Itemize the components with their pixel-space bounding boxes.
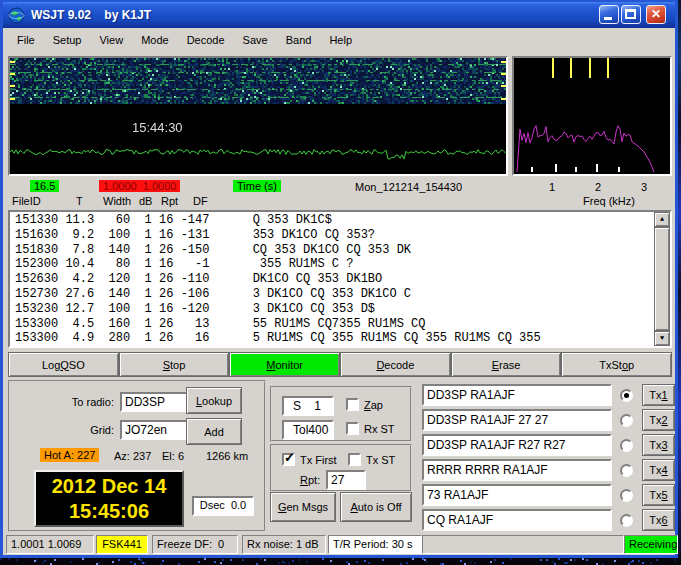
tx1-button[interactable]: Tx1 bbox=[642, 384, 675, 406]
rpt-input[interactable] bbox=[326, 470, 366, 490]
auto-toggle-button[interactable]: Auto is Off bbox=[340, 492, 412, 522]
window-title: WSJT 9.02 by K1JT bbox=[31, 8, 151, 22]
wsjt-window: WSJT 9.02 by K1JT File Setup View Mode D… bbox=[0, 0, 678, 558]
status-rx-noise: Rx noise: 1 dB bbox=[242, 535, 326, 554]
tx1-radio[interactable] bbox=[620, 389, 633, 402]
decode-row: 153230 12.7 100 1 16 -120 3 DK1CO CQ 353… bbox=[15, 302, 670, 317]
tx-first-checkbox-box[interactable] bbox=[282, 453, 295, 466]
scroll-down-button[interactable] bbox=[654, 331, 670, 346]
status-spacer bbox=[422, 535, 624, 554]
arrow-up-icon bbox=[660, 212, 664, 227]
station-group: To radio: Lookup Grid: Add Hot A: 227 Az… bbox=[8, 380, 266, 532]
decode-row: 151630 9.2 100 1 16 -131 353 DK1CO CQ 35… bbox=[15, 228, 670, 243]
recording-file-name: Mon_121214_154430 bbox=[355, 181, 462, 193]
tx3-message-input[interactable] bbox=[422, 434, 612, 456]
tx3-radio[interactable] bbox=[620, 439, 633, 452]
decode-scrollbar[interactable] bbox=[654, 212, 670, 346]
rx-st-checkbox[interactable]: Rx ST bbox=[346, 422, 395, 435]
minimize-button[interactable] bbox=[599, 5, 619, 24]
maximize-button[interactable] bbox=[621, 5, 641, 24]
rpt-label: Rpt: bbox=[300, 474, 320, 486]
tx5-button[interactable]: Tx5 bbox=[642, 484, 675, 506]
col-rpt: Rpt bbox=[161, 195, 178, 207]
clock-date: 2012 Dec 14 bbox=[36, 474, 182, 499]
menu-view[interactable]: View bbox=[90, 31, 132, 49]
menubar: File Setup View Mode Decode Save Band He… bbox=[3, 28, 675, 52]
time-axis-label: Time (s) bbox=[233, 180, 281, 192]
background-window-strip bbox=[0, 558, 681, 565]
titlebar[interactable]: WSJT 9.02 by K1JT bbox=[3, 2, 675, 28]
waterfall-panel[interactable]: 15:44:30 bbox=[8, 56, 508, 176]
menu-decode[interactable]: Decode bbox=[178, 31, 234, 49]
tx-st-checkbox[interactable]: Tx ST bbox=[348, 453, 395, 466]
dsec-readout: Dsec 0.0 bbox=[192, 496, 254, 516]
status-state: Receiving bbox=[624, 535, 678, 554]
tx6-button[interactable]: Tx6 bbox=[642, 509, 675, 531]
tx5-radio[interactable] bbox=[620, 489, 633, 502]
minimize-icon bbox=[604, 17, 612, 20]
col-db: dB bbox=[139, 195, 152, 207]
decode-button[interactable]: Decode bbox=[340, 352, 451, 377]
tx2-radio[interactable] bbox=[620, 414, 633, 427]
lookup-button[interactable]: Lookup bbox=[186, 387, 242, 414]
close-button[interactable] bbox=[646, 5, 666, 24]
monitor-button[interactable]: Monitor bbox=[229, 352, 340, 377]
menu-save[interactable]: Save bbox=[234, 31, 277, 49]
scrollbar-thumb[interactable] bbox=[654, 227, 670, 331]
decode-row: 151330 11.3 60 1 16 -147 Q 353 DK1C$ bbox=[15, 213, 670, 228]
stop-button[interactable]: Stop bbox=[119, 352, 230, 377]
tx6-message-input[interactable] bbox=[422, 509, 612, 531]
col-width: Width bbox=[103, 195, 131, 207]
zap-checkbox-box[interactable] bbox=[346, 398, 359, 411]
arrow-down-icon bbox=[660, 331, 664, 346]
scroll-up-button[interactable] bbox=[654, 212, 670, 227]
waterfall-canvas[interactable] bbox=[10, 58, 506, 174]
close-icon bbox=[647, 6, 665, 23]
decode-row: 153300 4.9 280 1 26 16 5 RU1MS CQ 355 RU… bbox=[15, 331, 670, 346]
log-qso-button[interactable]: Log QSO bbox=[8, 352, 119, 377]
tx2-button[interactable]: Tx2 bbox=[642, 409, 675, 431]
menu-file[interactable]: File bbox=[8, 31, 44, 49]
tx5-message-input[interactable] bbox=[422, 484, 612, 506]
tx4-radio[interactable] bbox=[620, 464, 633, 477]
sync-box[interactable]: S1 bbox=[282, 396, 334, 416]
txstop-button[interactable]: TxStop bbox=[561, 352, 672, 377]
action-button-row: Log QSO Stop Monitor Decode Erase TxStop bbox=[8, 352, 672, 377]
rx-st-checkbox-box[interactable] bbox=[346, 422, 359, 435]
azimuth-value: Az: 237 bbox=[114, 450, 151, 462]
waterfall-clock-overlay: 15:44:30 bbox=[132, 120, 183, 135]
decode-row: 151830 7.8 140 1 26 -150 CQ 353 DK1CO CQ… bbox=[15, 243, 670, 258]
status-mode: FSK441 bbox=[96, 535, 148, 554]
menu-band[interactable]: Band bbox=[277, 31, 321, 49]
grid-label: Grid: bbox=[30, 424, 114, 436]
tx4-message-input[interactable] bbox=[422, 459, 612, 481]
distance-value: 1266 km bbox=[206, 450, 248, 462]
freq-axis-label: Freq (kHz) bbox=[583, 195, 635, 207]
tx-st-checkbox-box[interactable] bbox=[348, 453, 361, 466]
tx-first-checkbox[interactable]: Tx First bbox=[282, 453, 337, 466]
erase-button[interactable]: Erase bbox=[451, 352, 562, 377]
decode-row: 152630 4.2 120 1 26 -110 DK1CO CQ 353 DK… bbox=[15, 272, 670, 287]
decode-text-area[interactable]: 151330 11.3 60 1 16 -147 Q 353 DK1C$ 151… bbox=[8, 210, 672, 348]
tx6-radio[interactable] bbox=[620, 514, 633, 527]
tx1-message-input[interactable] bbox=[422, 384, 612, 406]
globe-icon bbox=[8, 7, 25, 24]
utc-clock: 2012 Dec 14 15:45:06 bbox=[34, 470, 184, 527]
freq-tick-3: 3 bbox=[641, 181, 647, 193]
zap-checkbox[interactable]: Zap bbox=[346, 398, 383, 411]
decode-row: 152300 10.4 80 1 16 -1 355 RU1MS C ? bbox=[15, 257, 670, 272]
tx4-button[interactable]: Tx4 bbox=[642, 459, 675, 481]
to-radio-label: To radio: bbox=[30, 396, 114, 408]
tx2-message-input[interactable] bbox=[422, 409, 612, 431]
menu-mode[interactable]: Mode bbox=[132, 31, 178, 49]
maximize-icon bbox=[625, 9, 636, 19]
spectrum-panel bbox=[512, 56, 672, 176]
gen-msgs-button[interactable]: Gen Msgs bbox=[270, 492, 336, 522]
tx3-button[interactable]: Tx3 bbox=[642, 434, 675, 456]
add-button[interactable]: Add bbox=[186, 418, 242, 445]
menu-help[interactable]: Help bbox=[320, 31, 361, 49]
hot-a-badge: Hot A: 227 bbox=[40, 448, 99, 462]
menu-setup[interactable]: Setup bbox=[44, 31, 91, 49]
spectrum-canvas bbox=[514, 58, 670, 174]
tol-box[interactable]: Tol400 bbox=[282, 420, 334, 440]
